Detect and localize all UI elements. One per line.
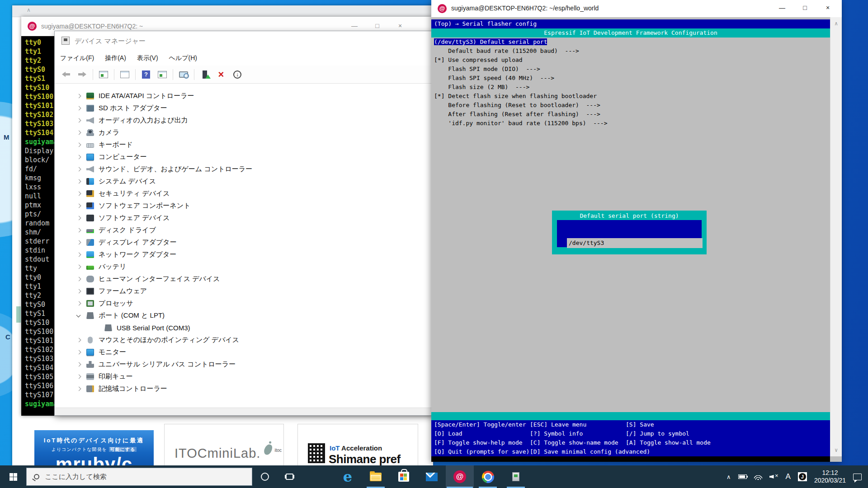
menuconfig-item[interactable]: Before flashing (Reset to bootloader) --…	[431, 101, 830, 110]
menuconfig-item[interactable]: Default baud rate (115200 baud) --->	[431, 47, 830, 56]
device-tree-row[interactable]: 記憶域コントローラー	[55, 383, 434, 395]
devmgr-taskbar-button[interactable]	[502, 465, 530, 488]
terminal-scrollbar[interactable]: ∧ ∨	[830, 17, 842, 456]
device-tree-row[interactable]: ディスク ドライブ	[55, 224, 434, 236]
menuconfig-item[interactable]: [*] Use compressed upload	[431, 56, 830, 65]
device-tree-row[interactable]: ユニバーサル シリアル バス コントローラー	[55, 358, 434, 371]
device-tree-row[interactable]: サウンド、ビデオ、およびゲーム コントローラー	[55, 163, 434, 175]
mail-taskbar-button[interactable]	[418, 465, 446, 488]
device-tree-row[interactable]: ファームウェア	[55, 285, 434, 297]
minimize-button[interactable]: —	[344, 22, 365, 29]
start-button[interactable]	[0, 465, 26, 488]
properties-button[interactable]	[119, 69, 131, 80]
ime-a-icon[interactable]: A	[786, 472, 791, 481]
help-button[interactable]: ?	[140, 69, 152, 80]
device-tree-row[interactable]: バッテリ	[55, 261, 434, 273]
scroll-down-icon[interactable]: ∨	[830, 446, 842, 455]
device-tree-row[interactable]: USB Serial Port (COM3)	[55, 322, 434, 334]
tree-chevron-icon[interactable]	[76, 167, 81, 172]
device-tree-row[interactable]: IDE ATA/ATAPI コントローラー	[55, 90, 434, 102]
task-view-button[interactable]	[277, 465, 302, 488]
device-tree-row[interactable]: マウスとそのほかのポインティング デバイス	[55, 334, 434, 346]
tree-chevron-icon[interactable]	[76, 155, 81, 160]
menuconfig-item[interactable]: (/dev/ttyS3) Default serial port	[431, 38, 830, 47]
menuconfig-item[interactable]: [*] Detect flash size when flashing boot…	[431, 92, 830, 101]
tree-chevron-icon[interactable]	[76, 240, 81, 245]
update-driver-button[interactable]	[199, 69, 211, 80]
forward-arrow-button[interactable]	[76, 69, 88, 80]
menu-item[interactable]: 表示(V)	[132, 54, 164, 62]
serial-port-input[interactable]: /dev/ttyS3	[567, 238, 703, 248]
close-button[interactable]: ×	[817, 4, 838, 11]
terminal-titlebar[interactable]: @ sugiyama@DESKTOP-EN6H7Q2: ~/esp/hello_…	[431, 0, 842, 17]
menu-item[interactable]: ファイル(F)	[55, 54, 99, 62]
close-button[interactable]: ×	[390, 22, 410, 29]
tree-chevron-icon[interactable]	[76, 192, 81, 196]
uninstall-device-button[interactable]: ×	[215, 69, 227, 80]
tree-chevron-icon[interactable]	[76, 338, 81, 343]
tree-chevron-icon[interactable]	[76, 277, 81, 282]
back-arrow-button[interactable]	[60, 69, 72, 80]
tree-chevron-icon[interactable]	[76, 94, 81, 99]
device-tree-row[interactable]: SD ホスト アダプター	[55, 102, 434, 114]
tree-chevron-icon[interactable]	[76, 179, 81, 184]
menuconfig-item[interactable]: Flash size (2 MB) --->	[431, 83, 830, 92]
edge-taskbar-button[interactable]: e	[334, 465, 362, 488]
tree-chevron-icon[interactable]	[76, 106, 81, 111]
tree-chevron-icon[interactable]	[76, 118, 81, 123]
maximize-button[interactable]: □	[795, 4, 816, 11]
device-tree-row[interactable]: コンピューター	[55, 151, 434, 163]
minimize-button[interactable]: —	[772, 4, 793, 11]
tree-chevron-icon[interactable]	[76, 216, 81, 221]
menuconfig-item[interactable]: 'idf.py monitor' baud rate (115200 bps) …	[431, 119, 830, 128]
device-tree-row[interactable]: システム デバイス	[55, 175, 434, 188]
menu-item[interactable]: 操作(A)	[99, 54, 132, 62]
taskbar-clock[interactable]: 12:12 2020/03/21	[814, 469, 846, 484]
console-tree-button[interactable]	[98, 69, 109, 80]
scroll-up-icon[interactable]: ∧	[830, 19, 842, 28]
device-tree-row[interactable]: ネットワーク アダプター	[55, 249, 434, 261]
menuconfig-item[interactable]: Flash SPI mode (DIO) --->	[431, 65, 830, 74]
device-tree-row[interactable]: ディスプレイ アダプター	[55, 236, 434, 249]
chevron-up-icon[interactable]: ∧	[726, 474, 731, 480]
device-tree-row[interactable]: セキュリティ デバイス	[55, 188, 434, 200]
scroll-up-icon[interactable]: ∧	[27, 7, 31, 13]
taskbar-search[interactable]: ここに入力して検索	[26, 468, 252, 486]
itoc-banner-card[interactable]: ITOCminiLab. itoc	[164, 424, 284, 471]
tree-chevron-icon[interactable]	[76, 350, 81, 355]
mruby-banner-card[interactable]: IoT時代のデバイス向けに最適 よりコンパクトな開発を 可能にする mruby/…	[34, 430, 154, 471]
device-tree-row[interactable]: ヒューマン インターフェイス デバイス	[55, 273, 434, 285]
device-tree-row[interactable]: ソフトウェア デバイス	[55, 212, 434, 224]
tree-chevron-icon[interactable]	[76, 301, 81, 306]
menuconfig-item[interactable]: Flash SPI speed (40 MHz) --->	[431, 74, 830, 83]
device-manager-titlebar[interactable]: デバイス マネージャー	[55, 31, 434, 51]
device-tree-row[interactable]: オーディオの入力および出力	[55, 114, 434, 127]
tree-chevron-icon[interactable]	[76, 253, 81, 257]
device-tree-row[interactable]: 印刷キュー	[55, 371, 434, 383]
device-tree-row[interactable]: ソフトウェア コンポーネント	[55, 200, 434, 212]
tree-chevron-icon[interactable]	[76, 375, 81, 379]
volume-muted-icon[interactable]	[769, 474, 778, 480]
battery-icon[interactable]	[738, 474, 747, 479]
debian-taskbar-button[interactable]: @	[446, 465, 474, 488]
tree-chevron-icon[interactable]	[76, 143, 81, 147]
wifi-icon[interactable]	[754, 474, 762, 480]
tree-chevron-icon[interactable]	[76, 314, 81, 318]
device-tree-row[interactable]: モニター	[55, 346, 434, 358]
device-tree-row[interactable]: カメラ	[55, 127, 434, 139]
tree-chevron-icon[interactable]	[76, 228, 81, 233]
ime-j-icon[interactable]	[798, 472, 807, 481]
device-tree-row[interactable]: ポート (COM と LPT)	[55, 310, 434, 322]
tree-chevron-icon[interactable]	[76, 204, 81, 208]
chrome-taskbar-button[interactable]	[474, 465, 502, 488]
tree-chevron-icon[interactable]	[76, 289, 81, 294]
menuconfig-item[interactable]: After flashing (Reset after flashing) --…	[431, 110, 830, 119]
menu-item[interactable]: ヘルプ(H)	[164, 54, 203, 62]
tree-chevron-icon[interactable]	[76, 131, 81, 135]
tree-chevron-icon[interactable]	[76, 362, 81, 367]
down-disabled-button[interactable]: ↓	[231, 69, 243, 80]
scan-hardware-button[interactable]	[178, 69, 189, 80]
store-taskbar-button[interactable]	[390, 465, 418, 488]
selected-item[interactable]: (/dev/ttyS3) Default serial port	[434, 38, 547, 45]
tree-chevron-icon[interactable]	[76, 265, 81, 269]
